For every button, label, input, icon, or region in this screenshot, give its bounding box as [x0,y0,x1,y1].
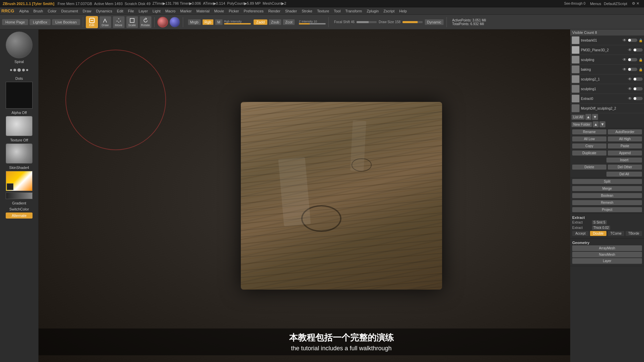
tab-live-boolean[interactable]: Live Boolean [52,19,80,25]
array-mesh-button[interactable]: ArrayMesh [572,245,642,251]
menu-stroke[interactable]: Stroke [299,8,315,14]
eye-icon-treebark[interactable]: 👁 [623,38,627,43]
alpha-preview[interactable] [6,82,33,109]
eye-icon-sculpting[interactable]: 👁 [623,57,627,62]
eye-icon-baking[interactable]: 👁 [623,67,627,72]
menu-color[interactable]: Color [45,8,59,14]
menu-dynamics[interactable]: Dynamics [94,8,114,14]
eye-icon-sculpting1[interactable]: 👁 [628,86,632,91]
paste-button[interactable]: Paste [608,143,642,148]
list-arrow-down[interactable]: ▼ [592,114,598,120]
lock-icon-sculpting[interactable]: 🔒 [639,58,643,62]
lock-icon-treebark[interactable]: 🔒 [639,39,643,42]
remesh-button[interactable]: Remesh [572,200,642,205]
m-button[interactable]: M [215,19,223,25]
menu-marker[interactable]: Marker [178,8,194,14]
copy-button[interactable]: Copy [572,143,606,148]
menu-picker[interactable]: Picker [226,8,241,14]
subtool-item-baking[interactable]: baking 👁 🔒 [570,65,644,74]
subtool-item-extract0[interactable]: Extract0 👁 [570,94,644,104]
list-arrow-up[interactable]: ▲ [585,114,591,120]
brush-preview[interactable] [6,32,33,58]
toggle-baking[interactable] [628,68,637,71]
layer-button[interactable]: Layer [572,258,642,264]
menu-shader[interactable]: Shader [283,8,299,14]
eye-icon-extract0[interactable]: 👁 [628,96,632,101]
menu-transform[interactable]: Transform [343,8,364,14]
del-all-button[interactable]: Del All [606,172,642,177]
canvas-area[interactable]: ▲ ▶ 本教程包括一个完整的演练 the tutorial includes a… [39,29,644,362]
new-folder-button[interactable]: New Folder [572,122,592,127]
insert-button[interactable]: Insert [606,158,642,163]
new-folder-arrow-down[interactable]: ▼ [599,121,605,127]
lock-icon-baking[interactable]: 🔒 [639,68,643,71]
menu-layer[interactable]: Layer [136,8,150,14]
menu-brush[interactable]: Brush [31,8,45,14]
edit-button[interactable]: Edit [86,16,98,28]
zsub-button[interactable]: Zsub [269,19,281,25]
tab-home-page[interactable]: Home Page [2,19,28,25]
subtool-item-sculpting1[interactable]: sculpting1 👁 [570,84,644,94]
eye-icon-plane[interactable]: 👁 [628,48,632,52]
all-high-button[interactable]: All High [608,136,642,141]
rotate-button[interactable]: Rotate [140,16,152,28]
rgb-button[interactable]: Rgb [202,19,214,25]
split-button[interactable]: Split [572,179,642,184]
project-button[interactable]: Project [572,207,642,212]
texture-preview[interactable] [6,116,33,136]
menu-texture[interactable]: Texture [315,8,331,14]
menu-zscript[interactable]: Zscript [381,8,397,14]
draw-button[interactable]: Draw [99,16,111,28]
toggle-extract0[interactable] [633,97,643,100]
subtool-item-sculpting21[interactable]: sculpting2_1 👁 [570,74,644,84]
tborde-button[interactable]: TBorde [626,231,642,236]
rename-button[interactable]: Rename [572,129,606,134]
tab-lightbox[interactable]: LightBox [30,19,51,25]
material-preview[interactable] [6,143,33,164]
merge-button[interactable]: Merge [572,186,642,191]
auto-reorder-button[interactable]: AutoReorder [608,129,642,134]
menu-macro[interactable]: Macro [163,8,178,14]
gradient-preview[interactable] [6,192,33,199]
new-folder-arrow-up[interactable]: ▲ [593,121,599,127]
scale-button[interactable]: Scale [126,16,138,28]
append-button[interactable]: Append [608,150,642,156]
render-mode-btn[interactable] [169,17,180,27]
toggle-sculpting[interactable] [628,58,637,61]
menu-render[interactable]: Render [266,8,283,14]
menu-alpha[interactable]: Alpha [17,8,31,14]
menu-preferences[interactable]: Preferences [241,8,266,14]
zcot-button[interactable]: Zcot [283,19,294,25]
menu-tool[interactable]: Tool [331,8,343,14]
tcorne-button[interactable]: TCorne [608,231,624,236]
material-sphere-btn[interactable] [157,17,168,27]
del-other-button[interactable]: Del Other [608,165,642,170]
menu-light[interactable]: Light [150,8,163,14]
accept-button[interactable]: Accept [572,231,589,236]
toggle-sculpting21[interactable] [633,77,643,81]
dynamic-button[interactable]: Dynamic [425,19,444,25]
menu-edit[interactable]: Edit [115,8,126,14]
color-preview[interactable] [6,171,33,191]
duplicate-button[interactable]: Duplicate [572,150,606,156]
list-all-button[interactable]: List All [572,115,585,120]
subtool-item-morphdiff[interactable]: MorphDiff_sculpting2_2 [570,104,644,113]
subtool-item-sculpting[interactable]: sculpting 👁 🔒 [570,55,644,65]
menu-document[interactable]: Document [59,8,80,14]
alternate-button[interactable]: Alternate [6,213,33,219]
toggle-plane[interactable] [633,48,643,52]
boolean-button[interactable]: Boolean [572,193,642,198]
menu-draw[interactable]: Draw [80,8,94,14]
menu-zplugin[interactable]: Zplugin [364,8,381,14]
toggle-sculpting1[interactable] [633,87,643,90]
all-low-button[interactable]: All Low [572,136,606,141]
move-button[interactable]: Move [113,16,125,28]
double-button[interactable]: Double [590,231,606,236]
toggle-treebark[interactable] [628,39,637,42]
menu-material[interactable]: Material [194,8,212,14]
subtool-item-plane[interactable]: PM3D_Plane3D_2 👁 [570,45,644,55]
zadd-button[interactable]: Zadd [254,19,267,25]
mrgb-button[interactable]: Mrgb [188,19,201,25]
subtool-item-treebark[interactable]: treebark01 👁 🔒 [570,36,644,45]
eye-icon-sculpting21[interactable]: 👁 [628,77,632,81]
